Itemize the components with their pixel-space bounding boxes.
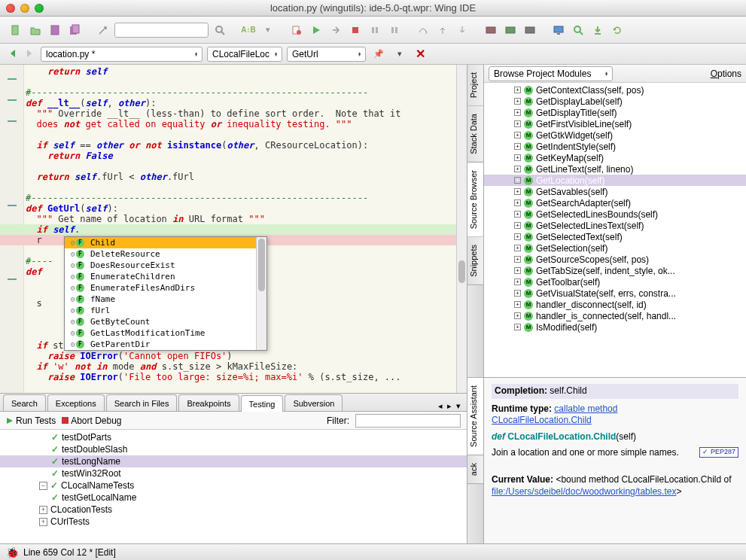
tree-expand-icon[interactable]: − [39, 482, 47, 490]
tab-search-in-files[interactable]: Search in Files [106, 394, 178, 411]
vtab-source-browser[interactable]: Source Browser [467, 163, 483, 237]
breakpoint2-icon[interactable] [502, 22, 519, 38]
browse-modules-dropdown[interactable]: Browse Project Modules [489, 66, 613, 81]
expand-icon[interactable]: + [514, 109, 521, 116]
pin-icon[interactable]: 📌 [370, 46, 387, 62]
tab-search[interactable]: Search [3, 394, 46, 411]
method-item[interactable]: +MGetSearchAdapter(self) [484, 197, 746, 208]
goto-icon[interactable] [95, 22, 111, 38]
tab-nav-right-icon[interactable]: ▸ [447, 401, 452, 411]
method-item[interactable]: +MGetLocation(self) [484, 175, 746, 186]
replace-icon[interactable]: A↕B [240, 22, 257, 38]
expand-icon[interactable]: + [514, 143, 521, 150]
expand-icon[interactable]: + [514, 278, 521, 285]
expand-icon[interactable]: + [514, 324, 521, 330]
autocomplete-item[interactable]: ⚙FEnumerateFilesAndDirs [65, 282, 266, 294]
vtab-source-assistant[interactable]: Source Assistant [467, 378, 483, 455]
vtab-snippets[interactable]: Snippets [467, 237, 483, 285]
tab-testing[interactable]: Testing [241, 395, 284, 412]
method-item[interactable]: +MGetLineText(self, lineno) [484, 163, 746, 175]
file-dropdown[interactable]: location.py * [41, 47, 202, 62]
monitor-icon[interactable] [550, 22, 567, 38]
replace-dropdown-icon[interactable]: ▾ [260, 22, 276, 38]
expand-icon[interactable]: + [514, 166, 521, 172]
autocomplete-item[interactable]: ⚙FfUrl [65, 305, 266, 316]
autocomplete-item[interactable]: ⚙FEnumerateChildren [65, 271, 266, 282]
method-item[interactable]: +MGetContextClass(self, pos) [484, 84, 746, 96]
autocomplete-item[interactable]: ⚙FGetByteCount [65, 316, 266, 327]
expand-icon[interactable]: + [514, 233, 521, 240]
autocomplete-item[interactable]: ⚙FDeleteResource [65, 248, 266, 260]
step-into-icon[interactable] [327, 22, 344, 38]
autocomplete-item[interactable]: ⚙FDoesResourceExist [65, 260, 266, 271]
method-item[interactable]: +MGetSavables(self) [484, 186, 746, 197]
abort-debug-button[interactable]: Abort Debug [62, 415, 121, 426]
test-filter-input[interactable] [355, 414, 461, 428]
maximize-window-button[interactable] [35, 4, 44, 13]
method-item[interactable]: +MGetDisplayLabel(self) [484, 96, 746, 107]
runtime-type-link[interactable]: callable method [554, 403, 617, 414]
toolbar-search-input[interactable] [114, 23, 209, 38]
runtime-class-link[interactable]: CLocalFileLocation.Child [492, 415, 592, 425]
breakpoint3-icon[interactable] [522, 22, 538, 38]
test-tree[interactable]: ✓ testDotParts✓ testDoubleSlash✓ testLon… [0, 430, 467, 543]
method-item[interactable]: +MIsModified(self) [484, 321, 746, 333]
zoom-icon[interactable] [570, 22, 586, 38]
method-item[interactable]: +MGetGtkWidget(self) [484, 129, 746, 141]
method-list[interactable]: +MGetContextClass(self, pos)+MGetDisplay… [484, 83, 746, 377]
current-value-link[interactable]: file:/Users/sdeibel/doc/woodworking/tabl… [492, 486, 676, 497]
test-item[interactable]: ✓ testGetLocalName [0, 492, 467, 504]
nav-back-icon[interactable] [8, 48, 20, 60]
method-item[interactable]: +Mhandler_is_connected(self, handl... [484, 310, 746, 321]
method-dropdown[interactable]: GetUrl [287, 47, 366, 62]
method-item[interactable]: +MGetDisplayTitle(self) [484, 107, 746, 118]
code-editor[interactable]: return self #---------------------------… [0, 65, 467, 393]
vtab-stack[interactable]: ack [467, 455, 483, 484]
autocomplete-item[interactable]: ⚙FChild [65, 237, 266, 248]
method-item[interactable]: +MGetIndentStyle(self) [484, 141, 746, 152]
expand-icon[interactable]: + [514, 211, 521, 218]
refresh-icon[interactable] [609, 22, 626, 38]
editor-scrollbar[interactable] [456, 65, 467, 393]
method-item[interactable]: +Mhandler_disconnect(self, id) [484, 299, 746, 310]
search-icon[interactable] [212, 22, 228, 38]
class-dropdown[interactable]: CLocalFileLoc [207, 47, 282, 62]
expand-icon[interactable]: + [514, 222, 521, 229]
download-icon[interactable] [589, 22, 606, 38]
method-item[interactable]: +MGetSelectedLinesBounds(self) [484, 208, 746, 220]
autocomplete-scrollbar[interactable] [256, 237, 266, 350]
step-over-icon[interactable] [415, 22, 431, 38]
nav-fwd-icon[interactable] [24, 48, 36, 60]
autocomplete-item[interactable]: ⚙FGetParentDir [65, 339, 266, 350]
method-item[interactable]: +MGetVisualState(self, errs, constra... [484, 288, 746, 299]
dropdown-icon[interactable]: ▾ [391, 46, 408, 62]
method-item[interactable]: +MGetSelectedText(self) [484, 231, 746, 242]
method-item[interactable]: +MGetKeyMap(self) [484, 152, 746, 163]
autocomplete-item[interactable]: ⚙FfName [65, 294, 266, 305]
test-item[interactable]: −✓ CLocalNameTests [0, 479, 467, 492]
tab-nav-left-icon[interactable]: ◂ [438, 401, 443, 411]
test-item[interactable]: ✓ testLongName [0, 455, 467, 467]
expand-icon[interactable]: + [514, 98, 521, 105]
expand-icon[interactable]: + [514, 87, 521, 93]
expand-icon[interactable]: + [514, 199, 521, 206]
step-out-icon[interactable] [434, 22, 451, 38]
test-item[interactable]: ✓ testDotParts [0, 431, 467, 443]
close-tab-icon[interactable]: ✕ [416, 47, 425, 61]
vtab-stack-data[interactable]: Stack Data [467, 106, 483, 163]
autocomplete-popup[interactable]: ⚙FChild⚙FDeleteResource⚙FDoesResourceExi… [64, 236, 267, 351]
minimize-window-button[interactable] [20, 4, 29, 13]
method-item[interactable]: +MGetToolbar(self) [484, 276, 746, 288]
vtab-project[interactable]: Project [467, 65, 483, 106]
expand-icon[interactable]: + [514, 256, 521, 263]
test-item[interactable]: ✓ testDoubleSlash [0, 443, 467, 455]
expand-icon[interactable]: + [514, 188, 521, 195]
open-folder-icon[interactable] [27, 22, 44, 38]
tab-exceptions[interactable]: Exceptions [47, 394, 105, 411]
method-item[interactable]: +MGetTabSize(self, indent_style, ok... [484, 265, 746, 276]
save-icon[interactable] [47, 22, 63, 38]
breakpoint-icon[interactable] [483, 22, 499, 38]
test-item[interactable]: + CUrlTests [0, 516, 467, 528]
tab-menu-icon[interactable]: ▾ [456, 401, 461, 411]
expand-icon[interactable]: + [514, 267, 521, 274]
